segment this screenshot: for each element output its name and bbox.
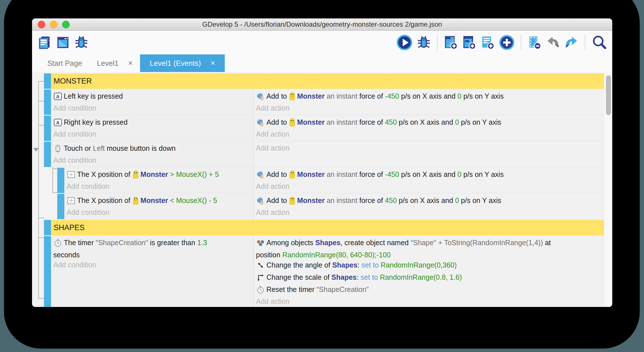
start-page-icon[interactable] [56,35,70,50]
actions-cell: Add to Monster an instant force of 450 p… [254,116,604,141]
event-handle-bar[interactable] [44,116,51,141]
tab-start-page[interactable]: Start Page [40,54,90,72]
undo-icon[interactable] [546,35,560,50]
text-segment: p/s on X axis and [397,118,455,126]
event-handle-bar[interactable] [44,220,51,235]
text-segment: Add to [266,92,289,100]
tab-level1-events[interactable]: Level1 (Events) × [140,54,224,72]
add-condition-button[interactable]: Add condition [67,207,251,217]
add-condition-button[interactable]: Add condition [53,260,251,270]
text-segment: : [357,273,361,281]
group-title[interactable]: SHAPES [51,220,85,235]
condition-text[interactable]: Touch or Left mouse button is down [53,143,251,155]
action-text[interactable]: position RandomInRange(80, 640-80);-100 [256,250,602,260]
action-text[interactable]: Change the scale of Shapes: set to Rando… [256,272,602,284]
scrollbar-thumb[interactable] [606,75,611,115]
text-segment: -450 [385,92,399,100]
action-text[interactable]: Change the angle of Shapes: set to Rando… [256,260,602,272]
timer-icon [256,285,265,296]
close-window-button[interactable] [38,21,45,28]
add-action-button[interactable]: Add action [256,181,602,191]
condition-text[interactable]: seconds [53,250,251,260]
text-segment: Add to [266,170,289,178]
text-segment: 0 [455,196,459,204]
text-segment: RandomInRange(0,360) [381,261,457,269]
tab-close-icon[interactable]: × [211,60,215,67]
add-action-button[interactable]: Add action [256,129,602,139]
action-text[interactable]: Add to Monster an instant force of 450 p… [256,195,602,207]
scrollbar-track[interactable] [605,72,612,307]
event-row: Touch or Left mouse button is downAdd co… [44,142,604,167]
event-handle-bar[interactable] [57,194,64,219]
event-handle-bar[interactable] [44,90,51,115]
text-segment: at [543,239,551,247]
tab-label: Level1 (Events) [150,59,201,68]
titlebar[interactable]: GDevelop 5 - /Users/florian/Downloads/ge… [32,18,612,31]
text-segment: an instant [325,170,357,178]
group-title[interactable]: MONSTER [51,73,92,89]
text-segment: p/s on Y axis [459,196,501,204]
event-handle-bar[interactable] [44,73,51,89]
project-manager-icon[interactable] [37,35,52,50]
actions-cell: Add to Monster an instant force of -450 … [254,168,604,193]
tab-level1[interactable]: Level1 × [90,54,140,72]
condition-text[interactable]: The timer "ShapeCreation" is greater tha… [53,238,251,250]
zoom-window-button[interactable] [62,21,70,28]
window-controls [38,18,70,30]
text-segment: Change the angle of [266,261,332,269]
toolbar-separator [585,35,585,50]
add-subevent-icon[interactable] [462,35,477,50]
text-segment: p/s on Y axis [461,92,504,100]
condition-text[interactable]: ARight key is pressed [53,117,251,129]
add-action-button[interactable]: Add action [256,207,602,217]
text-segment: The X position of [77,196,132,204]
add-circle-icon[interactable] [499,35,515,50]
debug-icon[interactable] [416,35,431,50]
play-icon[interactable] [396,34,413,51]
actions-cell: Among objects Shapes, create object name… [254,236,604,307]
action-text[interactable]: Among objects Shapes, create object name… [256,238,602,250]
add-condition-button[interactable]: Add condition [67,181,251,191]
add-condition-button[interactable]: Add condition [53,129,251,139]
mouse-icon [54,144,62,155]
text-segment: 1.3 [197,239,207,247]
monster-icon [289,170,295,181]
text-segment: Shapes [332,261,357,269]
text-segment: Shapes [331,273,357,281]
text-segment: Monster [297,118,325,126]
text-segment: Left [93,144,105,152]
event-handle-bar[interactable] [44,236,51,307]
add-action-button[interactable]: Add action [256,296,602,306]
remove-event-icon[interactable] [527,35,542,50]
text-segment: force of [357,196,385,204]
text-segment: an instant [325,118,357,126]
event-handle-bar[interactable] [57,168,64,193]
monster-icon [289,196,295,207]
text-segment: 0 [457,92,461,100]
redo-icon[interactable] [564,35,579,50]
event-rows: MONSTERALeft key is pressedAdd condition… [32,73,612,307]
action-text[interactable]: Add to Monster an instant force of -450 … [256,91,602,103]
svg-text:A: A [56,94,60,99]
conditions-cell: Touch or Left mouse button is downAdd co… [51,142,254,167]
add-condition-button[interactable]: Add condition [53,103,251,113]
event-handle-bar[interactable] [44,142,51,167]
action-text[interactable]: Add to Monster an instant force of -450 … [256,169,602,181]
debug-icon[interactable] [74,35,89,50]
search-icon[interactable] [591,35,607,50]
condition-text[interactable]: ALeft key is pressed [53,91,251,103]
keyboard-key-icon: A [54,92,62,103]
minimize-window-button[interactable] [50,21,58,28]
action-text[interactable]: Reset the timer "ShapeCreation" [256,284,602,296]
events-sheet: MONSTERALeft key is pressedAdd condition… [32,72,612,307]
add-action-button[interactable]: Add action [256,103,602,113]
text-segment: 0 [455,118,459,126]
action-text[interactable]: Add to Monster an instant force of 450 p… [256,117,602,129]
add-condition-button[interactable]: Add condition [53,155,251,165]
add-comment-icon[interactable] [480,35,495,50]
condition-text[interactable]: The X position of Monster > MouseX() + 5 [67,169,251,181]
tab-close-icon[interactable]: × [128,60,133,67]
condition-text[interactable]: The X position of Monster < MouseX() - 5 [67,195,251,207]
add-event-icon[interactable] [444,35,458,50]
add-action-button[interactable]: Add action [256,143,602,153]
